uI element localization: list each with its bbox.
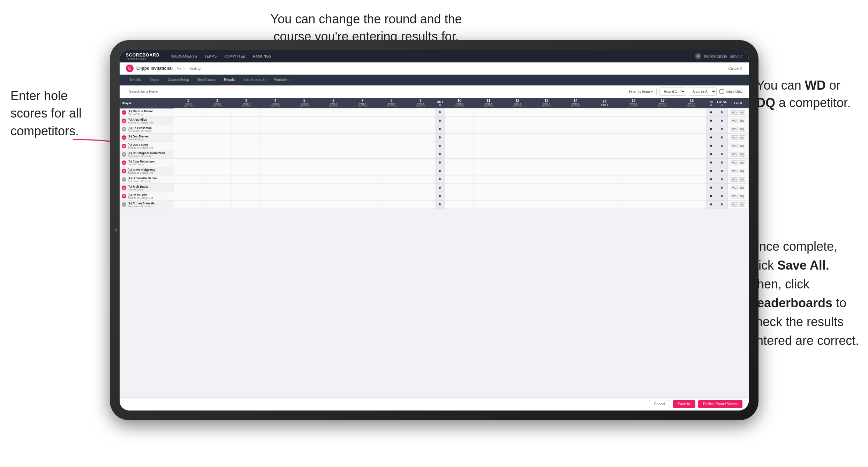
- hole-18-score[interactable]: [677, 133, 706, 142]
- hole-18-score[interactable]: [677, 175, 706, 183]
- hole-10-score[interactable]: [445, 167, 474, 175]
- hole-14-score[interactable]: [561, 133, 590, 142]
- hole-10-score[interactable]: [445, 125, 474, 133]
- hole-6-score[interactable]: [319, 183, 348, 192]
- hole-5-score[interactable]: [290, 183, 319, 192]
- round-select[interactable]: Round 1 Round 2 Round 3 Round 4: [659, 88, 686, 96]
- hole-6-score[interactable]: [319, 150, 348, 158]
- hole-17-score[interactable]: [648, 133, 677, 142]
- hole-13-score[interactable]: [532, 192, 561, 200]
- hole-10-score[interactable]: [445, 142, 474, 150]
- hole-3-score[interactable]: [232, 200, 261, 209]
- hole-13-score[interactable]: [532, 116, 561, 125]
- hole-11-score[interactable]: [474, 108, 503, 117]
- hole-9-score[interactable]: [406, 116, 435, 125]
- hole-13-score[interactable]: [532, 142, 561, 150]
- hole-15-score[interactable]: [590, 116, 619, 125]
- hole-4-score[interactable]: [261, 158, 290, 167]
- hole-1-score[interactable]: [174, 142, 203, 150]
- wd-button[interactable]: WD: [731, 144, 738, 148]
- hole-12-score[interactable]: [503, 192, 532, 200]
- hole-14-score[interactable]: [561, 108, 590, 117]
- hole-18-score[interactable]: [677, 183, 706, 192]
- hole-12-score[interactable]: [503, 200, 532, 209]
- hole-16-score[interactable]: [619, 116, 648, 125]
- hole-3-score[interactable]: [232, 116, 261, 125]
- hole-18-score[interactable]: [677, 167, 706, 175]
- hole-1-score[interactable]: [174, 116, 203, 125]
- hole-15-score[interactable]: [590, 108, 619, 117]
- hole-17-score[interactable]: [648, 192, 677, 200]
- hole-2-score[interactable]: [203, 167, 232, 175]
- tab-printables[interactable]: Printables: [270, 75, 293, 85]
- hole-12-score[interactable]: [503, 158, 532, 167]
- dq-button[interactable]: DQ: [739, 186, 745, 190]
- hole-5-score[interactable]: [290, 200, 319, 209]
- dq-button[interactable]: DQ: [739, 152, 745, 157]
- dq-button[interactable]: DQ: [739, 177, 745, 182]
- wd-button[interactable]: WD: [731, 186, 738, 190]
- hole-1-score[interactable]: [174, 175, 203, 183]
- hole-4-score[interactable]: [261, 150, 290, 158]
- search-input[interactable]: [126, 88, 622, 95]
- hole-17-score[interactable]: [648, 116, 677, 125]
- hole-17-score[interactable]: [648, 142, 677, 150]
- hole-11-score[interactable]: [474, 183, 503, 192]
- wd-button[interactable]: WD: [731, 194, 738, 198]
- hole-18-score[interactable]: [677, 108, 706, 117]
- hole-3-score[interactable]: [232, 158, 261, 167]
- hole-8-score[interactable]: [377, 133, 406, 142]
- dq-button[interactable]: DQ: [739, 160, 745, 165]
- hole-18-score[interactable]: [677, 200, 706, 209]
- hole-17-score[interactable]: [648, 150, 677, 158]
- hole-4-score[interactable]: [261, 116, 290, 125]
- hole-16-score[interactable]: [619, 200, 648, 209]
- hole-9-score[interactable]: [406, 167, 435, 175]
- hole-15-score[interactable]: [590, 150, 619, 158]
- hole-4-score[interactable]: [261, 125, 290, 133]
- hole-10-score[interactable]: [445, 175, 474, 183]
- wd-button[interactable]: WD: [731, 177, 738, 182]
- hole-15-score[interactable]: [590, 192, 619, 200]
- totals-only-label[interactable]: Totals Only: [719, 89, 742, 94]
- dq-button[interactable]: DQ: [739, 127, 745, 131]
- hole-14-score[interactable]: [561, 158, 590, 167]
- hole-4-score[interactable]: [261, 175, 290, 183]
- hole-4-score[interactable]: [261, 192, 290, 200]
- hole-7-score[interactable]: [348, 175, 377, 183]
- hole-1-score[interactable]: [174, 125, 203, 133]
- totals-only-checkbox[interactable]: [719, 89, 724, 94]
- tab-teams[interactable]: Teams: [145, 75, 164, 85]
- dq-button[interactable]: DQ: [739, 144, 745, 148]
- hole-4-score[interactable]: [261, 183, 290, 192]
- hole-12-score[interactable]: [503, 133, 532, 142]
- hole-8-score[interactable]: [377, 150, 406, 158]
- hole-9-score[interactable]: [406, 150, 435, 158]
- hole-16-score[interactable]: [619, 142, 648, 150]
- hole-15-score[interactable]: [590, 158, 619, 167]
- hole-5-score[interactable]: [290, 108, 319, 117]
- hole-13-score[interactable]: [532, 183, 561, 192]
- nav-committee[interactable]: COMMITTEE: [221, 53, 249, 60]
- hole-12-score[interactable]: [503, 116, 532, 125]
- hole-3-score[interactable]: [232, 167, 261, 175]
- publish-button[interactable]: Publish Round Scores: [698, 400, 742, 408]
- hole-9-score[interactable]: [406, 175, 435, 183]
- hole-14-score[interactable]: [561, 125, 590, 133]
- wd-button[interactable]: WD: [731, 110, 738, 115]
- tab-tee-groups[interactable]: Tee Groups: [193, 75, 220, 85]
- wd-button[interactable]: WD: [731, 127, 738, 131]
- hole-5-score[interactable]: [290, 175, 319, 183]
- hole-9-score[interactable]: [406, 125, 435, 133]
- hole-7-score[interactable]: [348, 183, 377, 192]
- hole-1-score[interactable]: [174, 150, 203, 158]
- hole-10-score[interactable]: [445, 150, 474, 158]
- hole-17-score[interactable]: [648, 200, 677, 209]
- hole-8-score[interactable]: [377, 192, 406, 200]
- hole-16-score[interactable]: [619, 108, 648, 117]
- hole-14-score[interactable]: [561, 175, 590, 183]
- hole-10-score[interactable]: [445, 183, 474, 192]
- hole-12-score[interactable]: [503, 167, 532, 175]
- hole-8-score[interactable]: [377, 125, 406, 133]
- hole-3-score[interactable]: [232, 183, 261, 192]
